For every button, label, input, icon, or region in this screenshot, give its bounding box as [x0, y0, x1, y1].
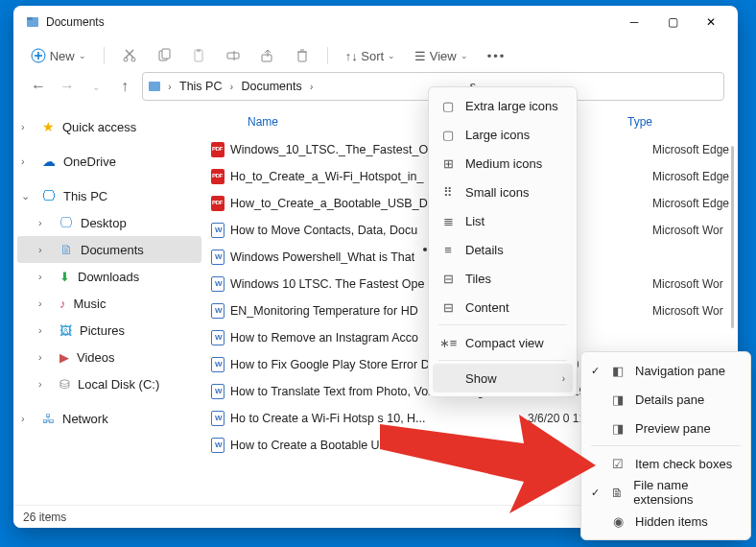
svg-rect-8 [197, 49, 201, 52]
maximize-button[interactable]: ▢ [653, 8, 692, 36]
nav-network[interactable]: ›🖧Network [17, 405, 201, 432]
grid-icon: ⠿ [440, 184, 456, 200]
breadcrumb[interactable]: This PC [177, 80, 224, 93]
file-name: Ho to Create a Wi-Fi Hotsp s 10, H... [230, 412, 528, 425]
doc-icon [211, 276, 224, 292]
svg-rect-9 [227, 53, 239, 59]
disk-icon: ⛁ [59, 377, 70, 392]
menu-content[interactable]: ⊟Content [433, 293, 573, 321]
menu-preview-pane[interactable]: ◨Preview pane [585, 414, 746, 442]
menu-details[interactable]: ≡Details [433, 235, 573, 264]
recent-button[interactable]: ⌄ [84, 75, 107, 98]
menu-details-pane[interactable]: ◨Details pane [585, 385, 746, 414]
pdf-icon [211, 142, 224, 157]
nav-pictures[interactable]: ›🖼Pictures [17, 317, 201, 344]
menu-medium-icons[interactable]: ⊞Medium icons [433, 149, 573, 178]
toolbar-sep [104, 47, 105, 64]
forward-button[interactable]: → [56, 75, 79, 98]
back-button[interactable]: ← [27, 75, 50, 98]
new-button[interactable]: New⌄ [23, 42, 94, 69]
toolbar-sep [327, 47, 328, 64]
view-button[interactable]: ☰ View⌄ [407, 42, 476, 69]
doc-icon [211, 384, 224, 399]
grid-icon: ▢ [440, 98, 456, 113]
minimize-button[interactable]: ─ [615, 8, 653, 36]
file-type: Microsoft Wor [652, 277, 723, 291]
nav-downloads[interactable]: ›⬇Downloads [17, 263, 201, 290]
titlebar[interactable]: Documents ─ ▢ ✕ [13, 6, 738, 38]
cut-icon [122, 48, 137, 63]
menu-list[interactable]: ≣List [433, 206, 573, 235]
cut-button[interactable] [114, 42, 145, 69]
menu-item-check-boxes[interactable]: ☑Item check boxes [585, 449, 746, 478]
nav-music[interactable]: ›♪Music [17, 290, 201, 317]
checkbox-icon: ☑ [610, 456, 626, 471]
show-submenu: ✓◧Navigation pane ◨Details pane ◨Preview… [580, 351, 751, 540]
pane-icon: ◧ [610, 363, 626, 378]
videos-icon: ▶ [59, 350, 69, 365]
more-button[interactable]: ••• [480, 42, 514, 69]
close-button[interactable]: ✕ [692, 8, 730, 36]
menu-small-icons[interactable]: ⠿Small icons [433, 178, 573, 206]
nav-onedrive[interactable]: ›☁OneDrive [17, 148, 201, 175]
window-title: Documents [46, 15, 105, 29]
share-icon [260, 48, 275, 63]
rename-button[interactable] [218, 42, 248, 69]
documents-icon: 🗎 [59, 242, 73, 257]
pdf-icon [211, 196, 224, 211]
nav-videos[interactable]: ›▶Videos [17, 344, 201, 370]
pc-icon: 🖵 [42, 188, 56, 203]
menu-file-name-extensions[interactable]: ✓🗎File name extensions [585, 478, 746, 507]
cloud-icon: ☁ [42, 154, 56, 169]
tiles-icon: ⊟ [440, 271, 456, 286]
rename-icon [225, 48, 241, 63]
svg-rect-6 [162, 49, 170, 59]
menu-large-icons[interactable]: ▢Large icons [433, 120, 573, 149]
pictures-icon: 🖼 [59, 323, 72, 338]
delete-icon [295, 48, 310, 63]
file-type: Microsoft Edge [652, 170, 729, 183]
breadcrumb-sep[interactable]: › [304, 82, 319, 92]
menu-tiles[interactable]: ⊟Tiles [433, 264, 573, 293]
paste-button[interactable] [183, 42, 214, 69]
grid-icon: ⊞ [440, 155, 456, 171]
breadcrumb-sep[interactable]: › [224, 82, 239, 92]
nav-this-pc[interactable]: ⌄🖵This PC [17, 182, 201, 209]
copy-button[interactable] [149, 42, 179, 69]
file-type: Microsoft Wor [652, 304, 723, 318]
up-button[interactable]: ↑ [113, 75, 136, 98]
doc-icon [211, 330, 224, 345]
doc-icon [211, 250, 224, 265]
navigation-row: ← → ⌄ ↑ › This PC › Documents › s [13, 73, 738, 107]
network-icon: 🖧 [42, 412, 55, 426]
menu-sep [591, 445, 741, 446]
doc-icon [211, 438, 224, 453]
plus-icon [31, 48, 46, 63]
doc-icon [211, 357, 224, 372]
nav-local-disk[interactable]: ›⛁Local Disk (C:) [17, 370, 201, 397]
breadcrumb-sep[interactable]: › [162, 82, 177, 92]
compact-icon: ∗≡ [440, 335, 456, 350]
menu-compact[interactable]: ∗≡Compact view [433, 328, 573, 357]
file-type: Microsoft Edge [652, 197, 729, 210]
download-icon: ⬇ [59, 270, 70, 284]
nav-desktop[interactable]: ›🖵Desktop [17, 209, 201, 236]
nav-documents[interactable]: ›🗎Documents [17, 236, 201, 263]
menu-extra-large-icons[interactable]: ▢Extra large icons [433, 91, 573, 120]
share-button[interactable] [252, 42, 283, 69]
menu-hidden-items[interactable]: ◉Hidden items [585, 507, 746, 535]
desktop-icon: 🖵 [59, 215, 73, 230]
scrollbar[interactable] [731, 146, 734, 328]
doc-icon [211, 411, 224, 426]
file-type: Microsoft Wor [652, 224, 723, 237]
sort-button[interactable]: ↑↓ Sort⌄ [338, 42, 403, 69]
delete-button[interactable] [287, 42, 318, 69]
nav-quick-access[interactable]: ›★Quick access [17, 113, 201, 140]
breadcrumb[interactable]: Documents [239, 80, 303, 93]
menu-show[interactable]: Show› [433, 364, 573, 392]
doc-icon [211, 303, 224, 319]
svg-rect-12 [149, 82, 160, 91]
selected-dot [423, 248, 427, 251]
menu-navigation-pane[interactable]: ✓◧Navigation pane [585, 356, 746, 385]
grid-icon: ▢ [440, 127, 456, 142]
